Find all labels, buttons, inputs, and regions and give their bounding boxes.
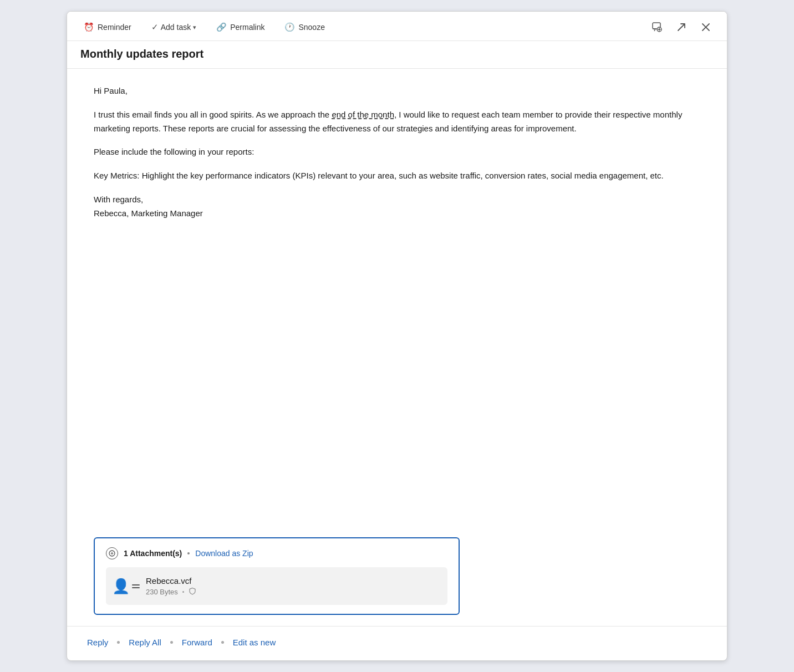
email-viewer: ⏰ Reminder ✓ Add task ▾ 🔗 Permalink 🕐 Sn… <box>67 11 727 661</box>
dot-separator-3 <box>221 641 224 644</box>
underlined-phrase: end of the month <box>332 110 394 119</box>
close-icon-button[interactable] <box>698 19 714 35</box>
email-toolbar: ⏰ Reminder ✓ Add task ▾ 🔗 Permalink 🕐 Sn… <box>67 12 727 41</box>
shield-icon <box>189 587 196 597</box>
email-paragraph-1: I trust this email finds you all in good… <box>94 108 700 136</box>
email-title-bar: Monthly updates report <box>67 41 727 69</box>
permalink-button[interactable]: 🔗 Permalink <box>213 20 268 34</box>
attachments-section: 1 Attachment(s) Download as Zip 👤 Rebecc… <box>94 537 460 615</box>
dot-separator-2 <box>170 641 173 644</box>
reminder-button[interactable]: ⏰ Reminder <box>80 20 135 34</box>
attachment-collapse-button[interactable] <box>106 547 118 559</box>
email-signature: With regards, Rebecca, Marketing Manager <box>94 193 700 221</box>
signature-line1: With regards, <box>94 195 143 204</box>
reminder-label: Reminder <box>98 23 131 32</box>
attachment-count: 1 Attachment(s) <box>124 549 182 558</box>
chat-icon-button[interactable] <box>649 19 665 35</box>
email-paragraph-3: Key Metrics: Highlight the key performan… <box>94 169 700 183</box>
reply-all-button[interactable]: Reply All <box>122 634 167 650</box>
chevron-down-icon: ▾ <box>193 24 196 31</box>
toolbar-left-actions: ⏰ Reminder ✓ Add task ▾ 🔗 Permalink 🕐 Sn… <box>80 20 328 34</box>
add-task-label: Add task <box>161 23 191 32</box>
dot-separator-1 <box>117 641 120 644</box>
expand-icon-button[interactable] <box>674 19 689 35</box>
link-icon: 🔗 <box>216 22 227 32</box>
email-paragraph-2: Please include the following in your rep… <box>94 145 700 159</box>
contact-file-icon: 👤 <box>115 575 137 597</box>
email-body: Hi Paula, I trust this email finds you a… <box>67 69 727 522</box>
forward-button[interactable]: Forward <box>175 634 219 650</box>
action-bar: Reply Reply All Forward Edit as new <box>67 626 727 660</box>
snooze-button[interactable]: 🕐 Snooze <box>281 20 328 34</box>
reminder-icon: ⏰ <box>84 22 94 32</box>
meta-separator <box>182 591 184 593</box>
add-task-button[interactable]: ✓ Add task ▾ <box>148 20 200 34</box>
permalink-label: Permalink <box>230 23 264 32</box>
file-info: Rebecca.vcf 230 Bytes <box>146 576 196 597</box>
snooze-label: Snooze <box>298 23 324 32</box>
file-size: 230 Bytes <box>146 588 178 596</box>
person-icon: 👤 <box>112 578 130 595</box>
file-name: Rebecca.vcf <box>146 576 196 586</box>
reply-button[interactable]: Reply <box>80 634 115 650</box>
email-subject: Monthly updates report <box>80 48 714 60</box>
edit-as-new-button[interactable]: Edit as new <box>226 634 283 650</box>
attachment-file-item[interactable]: 👤 Rebecca.vcf 230 Bytes <box>106 567 447 605</box>
signature-line2: Rebecca, Marketing Manager <box>94 208 203 218</box>
checkmark-icon: ✓ <box>151 22 159 32</box>
clock-icon: 🕐 <box>284 22 295 32</box>
toolbar-right-actions <box>649 19 714 35</box>
email-greeting: Hi Paula, <box>94 84 700 98</box>
email-content: Hi Paula, I trust this email finds you a… <box>94 84 700 220</box>
attachments-header: 1 Attachment(s) Download as Zip <box>106 547 447 559</box>
file-meta: 230 Bytes <box>146 587 196 597</box>
download-zip-link[interactable]: Download as Zip <box>195 549 253 558</box>
separator <box>187 552 190 554</box>
